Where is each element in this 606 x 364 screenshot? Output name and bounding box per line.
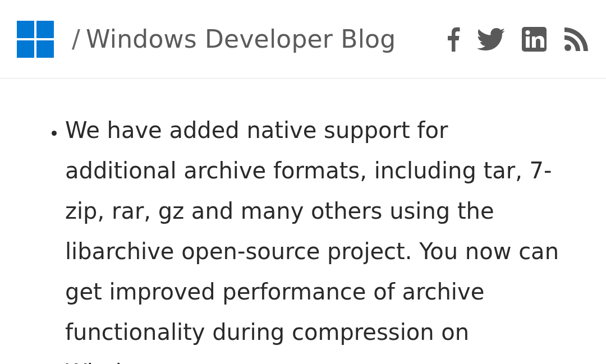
article-bullet-item: We have added native support for additio… bbox=[65, 110, 566, 364]
breadcrumb-separator: / bbox=[72, 25, 80, 53]
rss-link[interactable] bbox=[563, 26, 589, 52]
social-links bbox=[447, 26, 589, 52]
site-title-wrap: /Windows Developer Blog bbox=[72, 25, 396, 53]
svg-point-2 bbox=[526, 30, 530, 35]
svg-rect-1 bbox=[526, 36, 530, 48]
site-title[interactable]: Windows Developer Blog bbox=[86, 25, 396, 53]
twitter-icon bbox=[477, 28, 505, 50]
site-header: /Windows Developer Blog bbox=[0, 0, 606, 79]
article-content: We have added native support for additio… bbox=[0, 79, 606, 364]
windows-logo-icon[interactable] bbox=[17, 21, 54, 58]
linkedin-icon bbox=[522, 27, 547, 52]
svg-point-3 bbox=[564, 44, 571, 51]
twitter-link[interactable] bbox=[477, 28, 505, 50]
facebook-icon bbox=[447, 27, 460, 52]
article-bullet-list: We have added native support for additio… bbox=[40, 110, 566, 364]
facebook-link[interactable] bbox=[447, 27, 460, 52]
linkedin-link[interactable] bbox=[522, 27, 547, 52]
rss-icon bbox=[563, 26, 589, 52]
